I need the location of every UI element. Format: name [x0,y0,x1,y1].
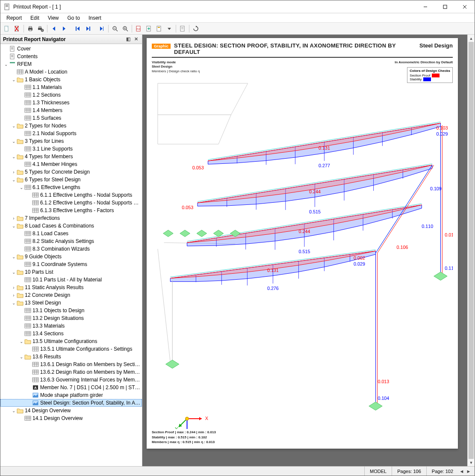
maximize-button[interactable] [435,0,455,13]
tree-item[interactable]: ›7 Imperfections [0,214,142,222]
tree-item[interactable]: 13.2 Design Situations [0,314,142,322]
collapse-icon[interactable]: ⌄ [3,62,9,67]
tree-item[interactable]: 14.1 Design Overview [0,414,142,422]
collapse-icon[interactable]: ⌄ [11,139,17,144]
tree-item[interactable]: 1.1 Materials [0,83,142,91]
tree-item[interactable]: ⌄RFEM [0,60,142,68]
tree-item[interactable]: Mode shape platform girder [0,391,142,399]
close-panel-button[interactable]: ✕ [133,36,139,43]
tree-item[interactable]: ›11 Static Analysis Results [0,284,142,291]
tree-item[interactable]: 13.6.1 Design Ratio on Members by Sectio… [0,361,142,368]
collapse-icon[interactable]: ⌄ [18,185,24,190]
next-button[interactable] [59,24,69,33]
status-next-button[interactable]: ► [465,468,472,475]
menu-go-to[interactable]: Go to [63,14,84,22]
tree-item[interactable]: ⌄6 Types for Steel Design [0,176,142,183]
expand-icon[interactable]: › [11,293,17,298]
tree-item[interactable]: ⌄2 Types for Nodes [0,122,142,130]
tree-item[interactable]: ⌄8 Load Cases & Combinations [0,222,142,230]
new-page-button[interactable] [2,24,12,33]
last-button[interactable] [83,24,93,33]
collapse-icon[interactable]: ⌄ [11,301,17,305]
print-settings-button[interactable] [36,24,45,33]
collapse-icon[interactable]: ⌄ [11,124,17,128]
delete-page-button[interactable] [12,24,22,33]
print-button[interactable] [26,24,35,33]
collapse-icon[interactable]: ⌄ [11,154,17,159]
tree-item[interactable]: 10.1 Parts List - All by Material [0,276,142,284]
collapse-icon[interactable]: ⌄ [11,77,17,82]
tree-item[interactable]: 4.1 Member Hinges [0,160,142,168]
tree-item[interactable]: 2.1 Nodal Supports [0,130,142,137]
goto-button[interactable] [97,24,106,33]
close-button[interactable] [455,0,475,13]
tree-item[interactable]: 13.6.3 Governing Internal Forces by Memb… [0,376,142,384]
tree-item[interactable]: ⌄9 Guide Objects [0,253,142,260]
settings-page-button[interactable] [178,24,187,33]
menu-insert[interactable]: Insert [84,14,106,22]
tree-item[interactable]: 8.2 Static Analysis Settings [0,237,142,245]
tree-item[interactable]: ⌄13.5 Ultimate Configurations [0,337,142,345]
tree-item[interactable]: ⌄6.1 Effective Lengths [0,183,142,191]
collapse-icon[interactable]: ⌄ [11,408,17,413]
expand-icon[interactable]: › [11,285,17,290]
scroll-up-button[interactable]: ▲ [468,35,475,42]
tree-item[interactable]: 13.1 Objects to Design [0,307,142,314]
tree-item[interactable]: Contents [0,53,142,60]
tree-item[interactable]: ⌄3 Types for Lines [0,137,142,145]
tree-item[interactable]: Steel Design: Section Proof, Stability, … [0,399,142,407]
expand-icon[interactable]: › [11,170,17,174]
tree-item[interactable]: A Model - Location [0,68,142,76]
tree-item[interactable]: 13.4 Sections [0,330,142,337]
vertical-scrollbar[interactable]: ▲ ▼ [467,35,475,466]
expand-icon[interactable]: › [11,216,17,221]
collapse-icon[interactable]: ⌄ [11,254,17,259]
status-prev-button[interactable]: ◄ [458,468,465,475]
prev-button[interactable] [49,24,59,33]
tree-item[interactable]: ⌄10 Parts List [0,268,142,276]
tree-item[interactable]: ›12 Concrete Design [0,291,142,299]
collapse-icon[interactable]: ⌄ [18,355,24,359]
insert-button[interactable] [144,24,153,33]
tree-item[interactable]: 6.1.1 Effective Lengths - Nodal Supports [0,191,142,199]
tree-item[interactable]: 8.1 Load Cases [0,230,142,237]
collapse-icon[interactable]: ⌄ [11,177,17,182]
tree-item[interactable]: 1.5 Surfaces [0,114,142,122]
collapse-icon[interactable]: ⌄ [11,270,17,275]
menu-view[interactable]: View [44,14,63,22]
tree-item[interactable]: 13.5.1 Ultimate Configurations - Setting… [0,345,142,353]
tree-item[interactable]: 6.1.3 Effective Lengths - Factors [0,207,142,214]
tree-item[interactable]: 1.4 Members [0,106,142,114]
menu-report[interactable]: Report [2,14,26,22]
tree-item[interactable]: Cover [0,45,142,53]
navigator-tree[interactable]: CoverContents⌄RFEMA Model - Location⌄1 B… [0,44,142,466]
refresh-button[interactable] [191,24,201,33]
first-button[interactable] [73,24,83,33]
zoom-out-button[interactable] [110,24,120,33]
template-dropdown-button[interactable] [165,24,174,33]
tree-item[interactable]: 3.1 Line Supports [0,145,142,153]
tree-item[interactable]: 9.1 Coordinate Systems [0,260,142,268]
scroll-down-button[interactable]: ▼ [468,459,475,466]
tree-item[interactable]: 1.3 Thicknesses [0,99,142,106]
export-pdf-button[interactable]: PDF [134,24,143,33]
minimize-button[interactable] [416,0,435,13]
collapse-icon[interactable]: ⌄ [11,224,17,228]
tree-item[interactable]: ›5 Types for Concrete Design [0,168,142,176]
tree-item[interactable]: 6.1.2 Effective Lengths - Nodal Supports… [0,199,142,207]
tree-item[interactable]: ⌄13.6 Results [0,353,142,361]
collapse-icon[interactable]: ⌄ [18,339,24,344]
tree-item[interactable]: 13.6.2 Design Ratio on Members by Member [0,368,142,376]
float-panel-button[interactable]: ◧ [125,36,132,43]
tree-item[interactable]: AMember No. 7 | DS1 | CO4 | 2.500 m | ST… [0,384,142,391]
tree-item[interactable]: 13.3 Materials [0,322,142,330]
zoom-in-button[interactable] [121,24,130,33]
report-viewport[interactable]: Graphic STEEL DESIGN: SECTION PROOF, STA… [142,35,467,466]
menu-edit[interactable]: Edit [26,14,44,22]
tree-item[interactable]: ⌄1 Basic Objects [0,76,142,83]
tree-item[interactable]: ⌄13 Steel Design [0,299,142,307]
tree-item[interactable]: 1.2 Sections [0,91,142,99]
template-button[interactable] [154,24,164,33]
tree-item[interactable]: ⌄14 Design Overview [0,407,142,414]
tree-item[interactable]: 8.3 Combination Wizards [0,245,142,253]
